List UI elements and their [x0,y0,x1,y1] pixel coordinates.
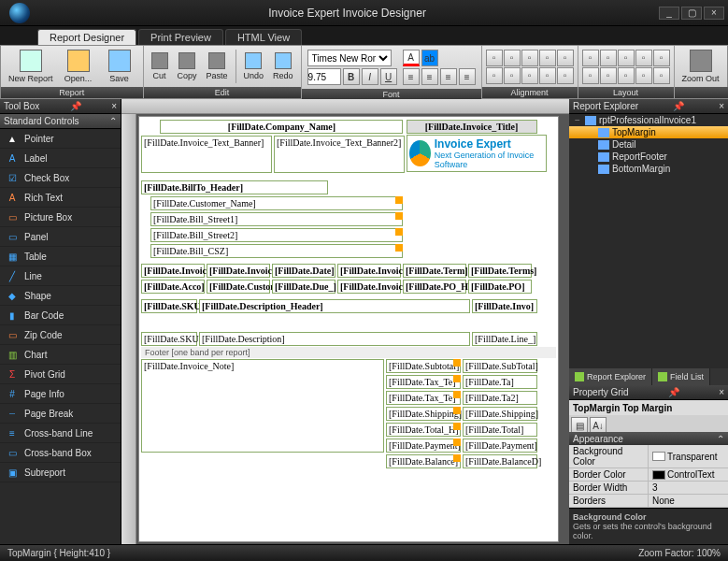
field-banner2[interactable]: [FillDate.Invoice_Text_Banner2] [274,136,405,173]
field-total-value-2[interactable]: [FillDate.Ta2] [463,391,537,405]
app-menu-orb[interactable] [9,3,30,23]
field-total-label-4[interactable]: [FillDate.Total_H] [386,423,461,437]
paste-button[interactable]: Paste [203,48,232,85]
bold-button[interactable]: B [343,68,360,85]
field-total-label-0[interactable]: [FillDate.Subtotal] [386,359,461,373]
font-family-select[interactable]: Times New Roman [307,50,392,66]
backcolor-button[interactable]: ab [421,50,438,66]
align-btns-7[interactable]: ▫ [521,67,538,84]
forecolor-button[interactable]: A [403,50,420,66]
tree-node-detail[interactable]: Detail [569,138,728,151]
cut-button[interactable]: Cut [148,48,172,85]
field-meta2-5[interactable]: [FillDate.PO] [468,280,532,294]
align-btns-2[interactable]: ▫ [521,50,538,66]
layout-btns-9[interactable]: ▫ [653,67,670,84]
toolbox-item-zip-code[interactable]: ▭Zip Code [0,325,121,345]
field-total-label-6[interactable]: [FillDate.Balance] [386,454,461,468]
toolbox-item-pointer[interactable]: ▲Pointer [0,129,121,149]
toolbox-item-cross-band-box[interactable]: ▭Cross-band Box [0,443,121,463]
toolbox-item-page-break[interactable]: ┄Page Break [0,404,121,424]
toolbox-item-rich-text[interactable]: ARich Text [0,188,121,208]
prop-value-0[interactable]: Transparent [649,445,728,468]
toolbox-item-line[interactable]: ╱Line [0,266,121,286]
field-total-label-3[interactable]: [FillDate.Shipping] [386,407,461,421]
align-left-button[interactable]: ≡ [403,68,420,85]
explorer-tab-field-list[interactable]: Field List [652,368,710,385]
field-meta2-3[interactable]: [FillDate.Invoice] [337,280,401,294]
toolbox-collapse-icon[interactable]: ⌃ [109,116,117,126]
layout-btns-0[interactable]: ▫ [582,50,599,66]
toolbox-item-subreport[interactable]: ▣Subreport [0,463,121,482]
field-meta1-2[interactable]: [FillDate.Date] [272,264,335,278]
toolbox-item-pivot-grid[interactable]: ΣPivot Grid [0,365,121,384]
align-btns-6[interactable]: ▫ [504,67,521,84]
toolbox-item-chart[interactable]: ▥Chart [0,345,121,365]
layout-btns-8[interactable]: ▫ [635,67,652,84]
explorer-tab-report-explorer[interactable]: Report Explorer [569,368,652,385]
copy-button[interactable]: Copy [174,48,201,85]
toolbox-item-table[interactable]: ▦Table [0,247,121,266]
layout-btns-2[interactable]: ▫ [618,50,635,66]
field-sku[interactable]: [FillDate.SKU] [141,332,197,346]
align-btns-3[interactable]: ▫ [539,50,556,66]
field-total-value-1[interactable]: [FillDate.Ta] [463,375,537,389]
align-btns-9[interactable]: ▫ [557,67,574,84]
zoom-out-button[interactable]: Zoom Out [678,48,723,85]
prop-value-1[interactable]: ControlText [649,468,728,481]
field-meta2-0[interactable]: [FillDate.Acco] [141,280,205,294]
align-btns-8[interactable]: ▫ [539,67,556,84]
field-meta1-0[interactable]: [FillDate.Invoice] [141,264,205,278]
field-total-label-5[interactable]: [FillDate.Payment] [386,439,461,453]
zoom-button[interactable]: Zoom [725,48,728,85]
align-btns-1[interactable]: ▫ [504,50,521,66]
layout-btns-5[interactable]: ▫ [582,67,599,84]
toolbox-item-page-info[interactable]: #Page Info [0,384,121,404]
propgrid-collapse-icon[interactable]: ⌃ [717,434,724,444]
layout-btns-1[interactable]: ▫ [600,50,617,66]
field-total-value-5[interactable]: [FillDate.Payment] [463,439,537,453]
toolbox-item-check-box[interactable]: ☑Check Box [0,168,121,188]
propgrid-close-icon[interactable]: × [719,387,724,397]
report-page[interactable]: [FillDate.Company_Name] [FillDate.Invoic… [138,116,559,542]
layout-btns-7[interactable]: ▫ [618,67,635,84]
prop-value-3[interactable]: None [649,495,728,507]
field-invoice-note[interactable]: [FillDate.Invoice_Note] [141,359,384,453]
tab-report-designer[interactable]: Report Designer [37,29,136,45]
save-button[interactable]: Save [100,48,139,85]
field-total-value-0[interactable]: [FillDate.SubTotal] [463,359,537,373]
field-meta1-4[interactable]: [FillDate.Term] [403,264,466,278]
field-billto-header[interactable]: [FillDate.BillTo_Header] [141,180,328,194]
align-btns-4[interactable]: ▫ [557,50,574,66]
field-billto-0[interactable]: [FillDate.Customer_Name] [150,196,403,210]
toolbox-pin-icon[interactable]: 📌 [70,101,81,111]
tree-node-reportfooter[interactable]: ReportFooter [569,151,728,163]
align-justify-button[interactable]: ≡ [459,68,476,85]
field-total-label-1[interactable]: [FillDate.Tax_Te] [386,375,461,389]
propgrid-pin-icon[interactable]: 📌 [668,387,679,397]
prop-value-2[interactable]: 3 [649,482,728,494]
toolbox-item-bar-code[interactable]: ▮Bar Code [0,306,121,325]
open-button[interactable]: Open... [59,48,98,85]
italic-button[interactable]: I [362,68,378,85]
toolbox-close-icon[interactable]: × [111,101,117,111]
field-line[interactable]: [FillDate.Line_] [472,332,537,346]
align-btns-0[interactable]: ▫ [486,50,503,66]
undo-button[interactable]: Undo [240,48,268,85]
tab-html-view[interactable]: HTML View [225,29,302,45]
tree-node-bottommargin[interactable]: BottomMargin [569,163,728,175]
field-total-value-3[interactable]: [FillDate.Shipping] [463,407,537,421]
align-btns-5[interactable]: ▫ [486,67,503,84]
field-banner1[interactable]: [FillDate.Invoice_Text_Banner] [141,136,272,173]
close-button[interactable]: × [704,7,724,20]
field-invoice-title[interactable]: [FillDate.Invoice_Title] [407,120,537,134]
field-total-value-4[interactable]: [FillDate.Total] [463,423,537,437]
toolbox-item-panel[interactable]: ▭Panel [0,227,121,247]
redo-button[interactable]: Redo [269,48,297,85]
field-desc[interactable]: [FillDate.Description] [199,332,470,346]
field-total-label-2[interactable]: [FillDate.Tax_Te] [386,391,461,405]
tree-node-topmargin[interactable]: TopMargin [569,126,728,138]
field-meta1-1[interactable]: [FillDate.Invoice#] [207,264,270,278]
toolbox-item-picture-box[interactable]: ▭Picture Box [0,208,121,227]
field-sku-header[interactable]: [FillDate.SKU_] [141,299,197,313]
maximize-button[interactable]: ▢ [681,7,702,20]
